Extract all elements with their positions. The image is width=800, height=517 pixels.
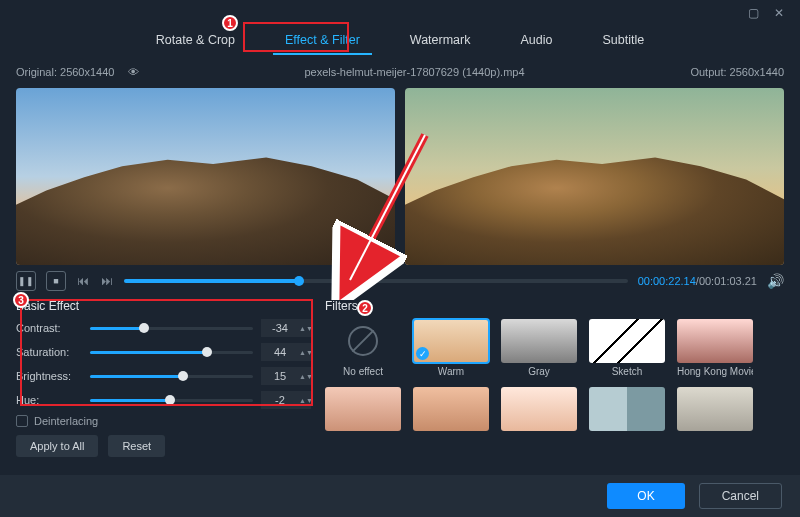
hue-stepper[interactable]: -2 ▲▼ bbox=[261, 391, 311, 409]
deinterlacing-checkbox[interactable] bbox=[16, 415, 28, 427]
playback-controls: ❚❚ ■ ⏮ ⏭ 00:00:22.14/00:01:03.21 🔊 bbox=[0, 265, 800, 295]
restore-icon[interactable]: ▢ bbox=[746, 6, 760, 20]
preview-area bbox=[0, 82, 800, 265]
contrast-stepper[interactable]: -34 ▲▼ bbox=[261, 319, 311, 337]
brightness-stepper[interactable]: 15 ▲▼ bbox=[261, 367, 311, 385]
filter-item-Sketch[interactable]: Sketch bbox=[589, 319, 665, 377]
brightness-slider[interactable] bbox=[90, 375, 253, 378]
cancel-button[interactable]: Cancel bbox=[699, 483, 782, 509]
annotation-badge-3: 3 bbox=[13, 292, 29, 308]
filter-item-row2-4[interactable] bbox=[325, 387, 401, 434]
filter-item-row2-6[interactable] bbox=[501, 387, 577, 434]
prev-frame-icon[interactable]: ⏮ bbox=[76, 274, 90, 288]
seek-bar[interactable] bbox=[124, 279, 628, 283]
filter-item-row2-5[interactable] bbox=[413, 387, 489, 434]
preview-infobar: Original: 2560x1440 👁 pexels-helmut-meij… bbox=[0, 62, 800, 82]
output-resolution: Output: 2560x1440 bbox=[690, 66, 784, 78]
window-titlebar: ▢ ✕ bbox=[0, 0, 800, 28]
filename-label: pexels-helmut-meijer-17807629 (1440p).mp… bbox=[139, 66, 691, 78]
saturation-slider[interactable] bbox=[90, 351, 253, 354]
tab-subtitle[interactable]: Subtitle bbox=[590, 29, 656, 51]
filter-no-effect[interactable]: No effect bbox=[325, 319, 401, 377]
saturation-label: Saturation: bbox=[16, 346, 82, 358]
ok-button[interactable]: OK bbox=[607, 483, 684, 509]
no-effect-icon bbox=[348, 326, 378, 356]
tab-bar: Rotate & Crop Effect & Filter Watermark … bbox=[0, 28, 800, 56]
tab-rotate-crop[interactable]: Rotate & Crop bbox=[144, 29, 247, 51]
preview-original bbox=[16, 88, 395, 265]
basic-effect-panel: Basic Effect Contrast: -34 ▲▼ Saturation… bbox=[16, 299, 311, 457]
filters-heading: Filters bbox=[325, 299, 784, 313]
preview-output bbox=[405, 88, 784, 265]
original-resolution: Original: 2560x1440 bbox=[16, 66, 114, 78]
annotation-badge-2: 2 bbox=[357, 300, 373, 316]
deinterlacing-label: Deinterlacing bbox=[34, 415, 98, 427]
filter-item-Hong Kong Movie[interactable]: Hong Kong Movie bbox=[677, 319, 753, 377]
close-icon[interactable]: ✕ bbox=[772, 6, 786, 20]
filter-item-row2-8[interactable] bbox=[677, 387, 753, 434]
time-display: 00:00:22.14/00:01:03.21 bbox=[638, 275, 757, 287]
brightness-label: Brightness: bbox=[16, 370, 82, 382]
filter-item-row2-7[interactable] bbox=[589, 387, 665, 434]
stop-button[interactable]: ■ bbox=[46, 271, 66, 291]
pause-button[interactable]: ❚❚ bbox=[16, 271, 36, 291]
check-icon: ✓ bbox=[416, 347, 429, 360]
volume-icon[interactable]: 🔊 bbox=[767, 273, 784, 289]
contrast-slider[interactable] bbox=[90, 327, 253, 330]
eye-icon[interactable]: 👁 bbox=[128, 66, 139, 78]
hue-slider[interactable] bbox=[90, 399, 253, 402]
next-frame-icon[interactable]: ⏭ bbox=[100, 274, 114, 288]
reset-button[interactable]: Reset bbox=[108, 435, 165, 457]
annotation-badge-1: 1 bbox=[222, 15, 238, 31]
tab-effect-filter[interactable]: Effect & Filter bbox=[273, 29, 372, 51]
dialog-footer: OK Cancel bbox=[0, 475, 800, 517]
basic-effect-heading: Basic Effect bbox=[16, 299, 311, 313]
apply-to-all-button[interactable]: Apply to All bbox=[16, 435, 98, 457]
filters-panel: Filters No effect ✓WarmGraySketchHong Ko… bbox=[325, 299, 784, 457]
tab-audio[interactable]: Audio bbox=[508, 29, 564, 51]
hue-label: Hue: bbox=[16, 394, 82, 406]
filter-item-Warm[interactable]: ✓Warm bbox=[413, 319, 489, 377]
tab-watermark[interactable]: Watermark bbox=[398, 29, 483, 51]
saturation-stepper[interactable]: 44 ▲▼ bbox=[261, 343, 311, 361]
contrast-label: Contrast: bbox=[16, 322, 82, 334]
filter-item-Gray[interactable]: Gray bbox=[501, 319, 577, 377]
